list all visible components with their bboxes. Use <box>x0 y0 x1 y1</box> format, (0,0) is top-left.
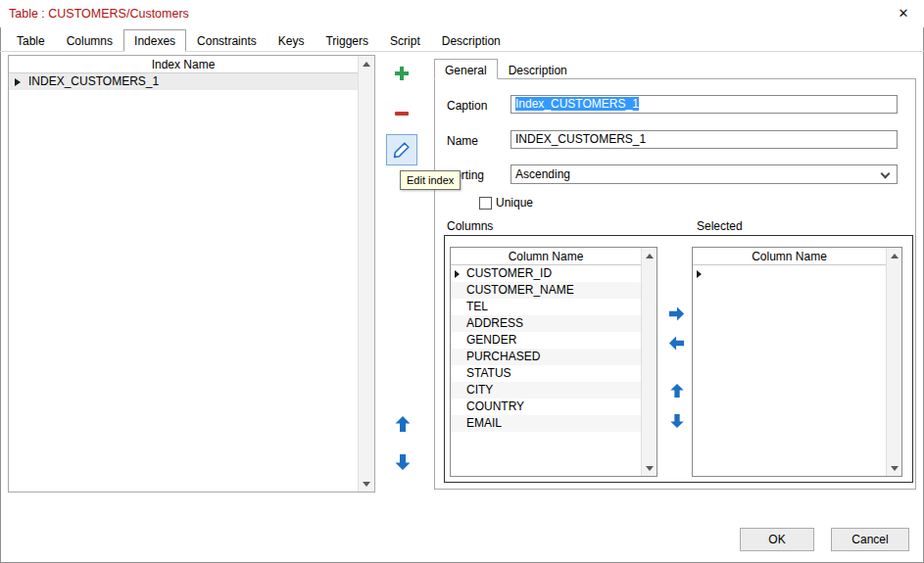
index-name: INDEX_CUSTOMERS_1 <box>28 74 159 88</box>
available-columns-list[interactable]: Column Name CUSTOMER_ID CUSTOMER_NAME TE… <box>450 247 657 477</box>
column-name: CITY <box>466 383 493 397</box>
column-name: GENDER <box>466 333 516 347</box>
column-name: EMAIL <box>466 416 502 430</box>
index-list-scrollbar[interactable] <box>358 56 374 492</box>
unique-checkbox-row[interactable]: Unique <box>479 196 533 210</box>
minus-icon <box>393 105 411 122</box>
column-name: CUSTOMER_ID <box>466 266 552 280</box>
arrow-up-icon <box>394 415 412 433</box>
list-item[interactable]: COUNTRY <box>451 399 641 415</box>
column-name: COUNTRY <box>466 399 524 413</box>
window-title: Table : CUSTOMERS/Customers <box>9 0 189 27</box>
selected-list-scrollbar[interactable] <box>886 248 901 476</box>
tab-indexes[interactable]: Indexes <box>123 29 186 52</box>
current-row-marker-icon <box>697 270 702 278</box>
column-name: PURCHASED <box>466 350 540 363</box>
tab-columns[interactable]: Columns <box>56 29 123 52</box>
titlebar: Table : CUSTOMERS/Customers ✕ <box>0 0 924 27</box>
arrow-right-icon <box>668 305 685 322</box>
column-name: CUSTOMER_NAME <box>466 283 574 297</box>
column-name: STATUS <box>466 366 511 380</box>
list-item[interactable]: EMAIL <box>451 415 641 432</box>
add-column-button[interactable] <box>667 305 685 322</box>
add-index-button[interactable] <box>392 64 412 83</box>
selected-label: Selected <box>697 219 743 233</box>
column-name: TEL <box>466 300 488 313</box>
scroll-down-icon[interactable] <box>642 460 657 476</box>
move-index-down-button[interactable] <box>393 452 413 472</box>
remove-column-button[interactable] <box>667 334 685 352</box>
plus-icon <box>393 65 411 82</box>
tab-description[interactable]: Description <box>431 29 511 52</box>
caption-value: Index_CUSTOMERS_1 <box>515 97 639 111</box>
scroll-down-icon[interactable] <box>359 476 374 492</box>
move-column-down-button[interactable] <box>668 412 686 430</box>
list-item[interactable]: GENDER <box>451 332 641 349</box>
tab-detail-description[interactable]: Description <box>498 59 578 79</box>
list-item[interactable] <box>693 265 886 282</box>
scroll-up-icon[interactable] <box>642 248 657 263</box>
tab-keys[interactable]: Keys <box>267 29 316 52</box>
edit-index-button[interactable] <box>386 134 417 165</box>
tab-constraints[interactable]: Constraints <box>186 29 267 52</box>
sorting-select[interactable]: Ascending <box>511 164 898 184</box>
move-column-up-button[interactable] <box>668 382 686 399</box>
list-item[interactable]: CITY <box>451 382 641 399</box>
ok-button[interactable]: OK <box>740 528 814 551</box>
columns-list-scrollbar[interactable] <box>641 248 657 476</box>
move-index-up-button[interactable] <box>393 414 413 434</box>
columns-label: Columns <box>447 219 493 233</box>
name-input[interactable]: INDEX_CUSTOMERS_1 <box>511 130 898 149</box>
columns-list-rows: CUSTOMER_ID CUSTOMER_NAME TEL ADDRESS GE… <box>451 265 641 476</box>
current-row-marker-icon <box>455 270 460 278</box>
cancel-button[interactable]: Cancel <box>831 528 909 551</box>
unique-checkbox[interactable] <box>479 197 492 210</box>
columns-list-header: Column Name <box>451 248 641 265</box>
index-list[interactable]: Index Name INDEX_CUSTOMERS_1 <box>8 55 375 493</box>
current-row-marker-icon <box>15 78 21 86</box>
arrow-left-icon <box>668 335 685 352</box>
scroll-up-icon[interactable] <box>887 248 901 263</box>
tab-table[interactable]: Table <box>6 29 56 52</box>
list-item[interactable]: ADDRESS <box>451 315 641 332</box>
tab-triggers[interactable]: Triggers <box>315 29 379 52</box>
column-name: ADDRESS <box>466 316 523 330</box>
name-value: INDEX_CUSTOMERS_1 <box>515 132 646 146</box>
caption-label: Caption <box>447 99 487 113</box>
pencil-icon <box>392 140 412 160</box>
sorting-value: Ascending <box>515 167 570 181</box>
scroll-down-icon[interactable] <box>887 460 901 476</box>
unique-label: Unique <box>496 196 533 210</box>
selected-list-rows <box>693 265 886 476</box>
main-tab-strip: Table Columns Indexes Constraints Keys T… <box>0 30 924 52</box>
selected-list-header: Column Name <box>693 248 886 265</box>
arrow-down-icon <box>669 413 685 429</box>
index-detail-panel: Caption Index_CUSTOMERS_1 Name INDEX_CUS… <box>434 78 916 490</box>
list-item[interactable]: PURCHASED <box>451 349 641 365</box>
name-label: Name <box>447 134 478 148</box>
edit-index-tooltip: Edit index <box>400 170 461 190</box>
caption-input[interactable]: Index_CUSTOMERS_1 <box>511 95 898 114</box>
selected-columns-list[interactable]: Column Name <box>692 247 902 477</box>
table-editor-dialog: Table : CUSTOMERS/Customers ✕ Table Colu… <box>0 0 924 563</box>
arrow-down-icon <box>394 453 412 471</box>
index-list-header: Index Name <box>9 56 358 73</box>
chevron-down-icon <box>881 169 891 179</box>
scroll-up-icon[interactable] <box>359 56 374 71</box>
list-item[interactable]: CUSTOMER_NAME <box>451 282 641 299</box>
arrow-up-icon <box>669 383 685 399</box>
tab-script[interactable]: Script <box>379 29 431 52</box>
detail-tab-strip: General Description <box>434 59 578 79</box>
list-item[interactable]: TEL <box>451 299 641 315</box>
close-icon[interactable]: ✕ <box>893 4 914 23</box>
remove-index-button[interactable] <box>392 104 412 123</box>
list-item[interactable]: CUSTOMER_ID <box>451 265 641 282</box>
list-item[interactable]: STATUS <box>451 365 641 382</box>
tab-general[interactable]: General <box>434 59 498 79</box>
index-list-row[interactable]: INDEX_CUSTOMERS_1 <box>9 73 374 90</box>
